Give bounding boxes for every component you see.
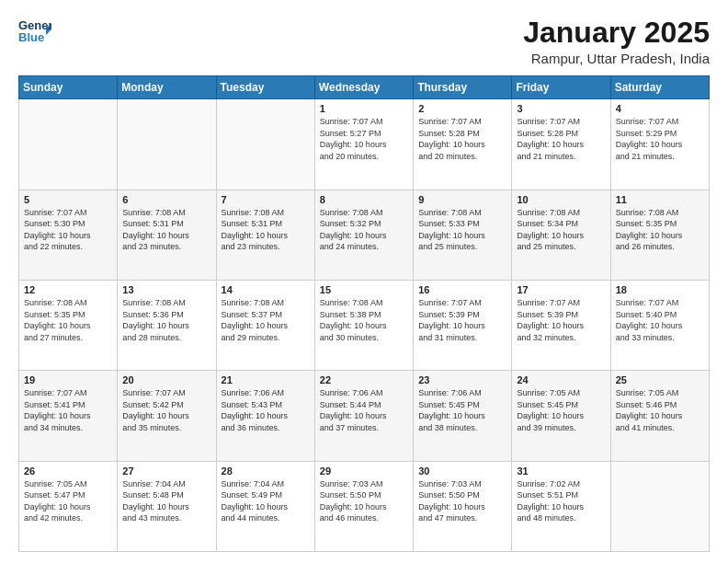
day-cell xyxy=(19,99,118,190)
day-cell: 29Sunrise: 7:03 AM Sunset: 5:50 PM Dayli… xyxy=(314,461,413,551)
day-number: 22 xyxy=(320,374,408,385)
day-cell: 12Sunrise: 7:08 AM Sunset: 5:35 PM Dayli… xyxy=(19,280,118,370)
weekday-tuesday: Tuesday xyxy=(216,76,314,99)
day-info: Sunrise: 7:07 AM Sunset: 5:30 PM Dayligh… xyxy=(24,207,112,253)
day-cell: 21Sunrise: 7:06 AM Sunset: 5:43 PM Dayli… xyxy=(216,371,314,461)
day-info: Sunrise: 7:08 AM Sunset: 5:35 PM Dayligh… xyxy=(24,297,112,343)
header: General Blue January 2025 Rampur, Uttar … xyxy=(18,17,710,66)
day-number: 20 xyxy=(122,374,210,385)
day-info: Sunrise: 7:07 AM Sunset: 5:42 PM Dayligh… xyxy=(122,387,210,433)
day-cell: 3Sunrise: 7:07 AM Sunset: 5:28 PM Daylig… xyxy=(512,99,610,190)
day-cell xyxy=(118,99,216,190)
day-number: 21 xyxy=(222,374,310,385)
calendar-header: SundayMondayTuesdayWednesdayThursdayFrid… xyxy=(19,76,710,99)
day-cell: 25Sunrise: 7:05 AM Sunset: 5:46 PM Dayli… xyxy=(610,371,709,461)
day-info: Sunrise: 7:08 AM Sunset: 5:35 PM Dayligh… xyxy=(616,207,704,253)
calendar-title: January 2025 xyxy=(523,17,710,49)
calendar-body: 1Sunrise: 7:07 AM Sunset: 5:27 PM Daylig… xyxy=(19,99,710,552)
day-info: Sunrise: 7:07 AM Sunset: 5:41 PM Dayligh… xyxy=(24,387,112,433)
day-info: Sunrise: 7:05 AM Sunset: 5:46 PM Dayligh… xyxy=(616,387,704,433)
day-cell: 11Sunrise: 7:08 AM Sunset: 5:35 PM Dayli… xyxy=(610,190,709,280)
day-number: 10 xyxy=(517,194,605,205)
day-number: 3 xyxy=(517,103,605,114)
day-number: 7 xyxy=(222,194,310,205)
day-info: Sunrise: 7:05 AM Sunset: 5:45 PM Dayligh… xyxy=(517,387,605,433)
day-number: 31 xyxy=(517,465,605,477)
day-cell: 23Sunrise: 7:06 AM Sunset: 5:45 PM Dayli… xyxy=(414,371,512,461)
day-number: 16 xyxy=(418,284,506,295)
day-info: Sunrise: 7:02 AM Sunset: 5:51 PM Dayligh… xyxy=(517,478,605,524)
day-number: 29 xyxy=(320,465,408,477)
day-info: Sunrise: 7:07 AM Sunset: 5:40 PM Dayligh… xyxy=(616,297,704,343)
day-number: 4 xyxy=(616,103,704,114)
day-info: Sunrise: 7:07 AM Sunset: 5:29 PM Dayligh… xyxy=(616,116,704,162)
day-number: 15 xyxy=(320,284,408,295)
day-number: 8 xyxy=(320,194,408,205)
day-info: Sunrise: 7:05 AM Sunset: 5:47 PM Dayligh… xyxy=(24,478,112,524)
day-info: Sunrise: 7:03 AM Sunset: 5:50 PM Dayligh… xyxy=(320,478,408,524)
day-info: Sunrise: 7:08 AM Sunset: 5:38 PM Dayligh… xyxy=(320,297,408,343)
day-cell: 14Sunrise: 7:08 AM Sunset: 5:37 PM Dayli… xyxy=(216,280,314,370)
week-row-1: 1Sunrise: 7:07 AM Sunset: 5:27 PM Daylig… xyxy=(19,99,710,190)
day-cell: 28Sunrise: 7:04 AM Sunset: 5:49 PM Dayli… xyxy=(216,461,314,551)
day-info: Sunrise: 7:08 AM Sunset: 5:31 PM Dayligh… xyxy=(222,207,310,253)
day-cell: 19Sunrise: 7:07 AM Sunset: 5:41 PM Dayli… xyxy=(19,371,118,461)
day-number: 28 xyxy=(222,465,310,477)
weekday-wednesday: Wednesday xyxy=(314,76,413,99)
day-info: Sunrise: 7:07 AM Sunset: 5:27 PM Dayligh… xyxy=(320,116,408,162)
day-number: 19 xyxy=(24,374,112,385)
week-row-3: 12Sunrise: 7:08 AM Sunset: 5:35 PM Dayli… xyxy=(19,280,710,370)
weekday-row: SundayMondayTuesdayWednesdayThursdayFrid… xyxy=(19,76,710,99)
day-number: 23 xyxy=(418,374,506,385)
day-cell: 16Sunrise: 7:07 AM Sunset: 5:39 PM Dayli… xyxy=(414,280,512,370)
day-number: 13 xyxy=(122,284,210,295)
day-cell: 17Sunrise: 7:07 AM Sunset: 5:39 PM Dayli… xyxy=(512,280,610,370)
weekday-saturday: Saturday xyxy=(610,76,709,99)
title-block: January 2025 Rampur, Uttar Pradesh, Indi… xyxy=(523,17,710,66)
day-number: 12 xyxy=(24,284,112,295)
logo: General Blue xyxy=(18,17,51,46)
day-cell: 30Sunrise: 7:03 AM Sunset: 5:50 PM Dayli… xyxy=(414,461,512,551)
day-info: Sunrise: 7:07 AM Sunset: 5:28 PM Dayligh… xyxy=(418,116,506,162)
day-number: 18 xyxy=(616,284,704,295)
day-number: 17 xyxy=(517,284,605,295)
day-cell: 20Sunrise: 7:07 AM Sunset: 5:42 PM Dayli… xyxy=(118,371,216,461)
day-number: 9 xyxy=(418,194,506,205)
day-info: Sunrise: 7:07 AM Sunset: 5:39 PM Dayligh… xyxy=(517,297,605,343)
day-info: Sunrise: 7:08 AM Sunset: 5:36 PM Dayligh… xyxy=(122,297,210,343)
day-number: 27 xyxy=(122,465,210,477)
day-number: 5 xyxy=(24,194,112,205)
day-number: 24 xyxy=(517,374,605,385)
svg-text:Blue: Blue xyxy=(18,30,44,44)
week-row-2: 5Sunrise: 7:07 AM Sunset: 5:30 PM Daylig… xyxy=(19,190,710,280)
day-number: 25 xyxy=(616,374,704,385)
day-cell xyxy=(610,461,709,551)
logo-icon: General Blue xyxy=(18,17,51,46)
day-info: Sunrise: 7:04 AM Sunset: 5:48 PM Dayligh… xyxy=(122,478,210,524)
day-number: 14 xyxy=(222,284,310,295)
day-info: Sunrise: 7:06 AM Sunset: 5:43 PM Dayligh… xyxy=(222,387,310,433)
day-info: Sunrise: 7:03 AM Sunset: 5:50 PM Dayligh… xyxy=(418,478,506,524)
weekday-sunday: Sunday xyxy=(19,76,118,99)
day-cell: 15Sunrise: 7:08 AM Sunset: 5:38 PM Dayli… xyxy=(314,280,413,370)
day-cell: 5Sunrise: 7:07 AM Sunset: 5:30 PM Daylig… xyxy=(19,190,118,280)
day-cell: 24Sunrise: 7:05 AM Sunset: 5:45 PM Dayli… xyxy=(512,371,610,461)
day-cell xyxy=(216,99,314,190)
calendar-table: SundayMondayTuesdayWednesdayThursdayFrid… xyxy=(18,75,710,552)
day-cell: 22Sunrise: 7:06 AM Sunset: 5:44 PM Dayli… xyxy=(314,371,413,461)
day-number: 1 xyxy=(320,103,408,114)
day-info: Sunrise: 7:08 AM Sunset: 5:33 PM Dayligh… xyxy=(418,207,506,253)
day-info: Sunrise: 7:04 AM Sunset: 5:49 PM Dayligh… xyxy=(222,478,310,524)
day-cell: 18Sunrise: 7:07 AM Sunset: 5:40 PM Dayli… xyxy=(610,280,709,370)
day-info: Sunrise: 7:08 AM Sunset: 5:32 PM Dayligh… xyxy=(320,207,408,253)
day-cell: 26Sunrise: 7:05 AM Sunset: 5:47 PM Dayli… xyxy=(19,461,118,551)
calendar-subtitle: Rampur, Uttar Pradesh, India xyxy=(523,51,710,66)
day-info: Sunrise: 7:07 AM Sunset: 5:28 PM Dayligh… xyxy=(517,116,605,162)
day-cell: 27Sunrise: 7:04 AM Sunset: 5:48 PM Dayli… xyxy=(118,461,216,551)
day-info: Sunrise: 7:07 AM Sunset: 5:39 PM Dayligh… xyxy=(418,297,506,343)
day-number: 6 xyxy=(122,194,210,205)
weekday-friday: Friday xyxy=(512,76,610,99)
weekday-thursday: Thursday xyxy=(414,76,512,99)
week-row-4: 19Sunrise: 7:07 AM Sunset: 5:41 PM Dayli… xyxy=(19,371,710,461)
page: General Blue January 2025 Rampur, Uttar … xyxy=(0,0,728,563)
